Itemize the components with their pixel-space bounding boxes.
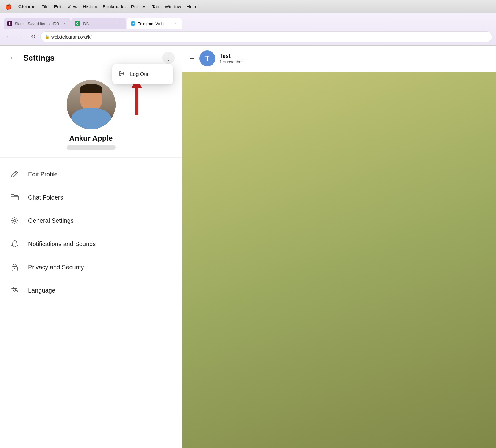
edit-profile-label: Edit Profile [28,171,58,178]
logout-label: Log Out [130,71,149,77]
telegram-favicon: ✈ [131,21,135,26]
tab-telegram[interactable]: ✈ Telegram Web × [127,18,182,29]
settings-title: Settings [23,53,157,63]
settings-item-language[interactable]: Language [0,279,182,302]
forward-button[interactable]: → [16,32,26,42]
user-phone-placeholder [67,145,116,150]
menu-view[interactable]: View [68,4,77,9]
settings-item-notifications[interactable]: Notifications and Sounds [0,232,182,256]
pencil-icon [10,169,20,179]
logout-icon [118,70,125,78]
menu-tab[interactable]: Tab [152,4,159,9]
user-avatar[interactable] [67,80,116,129]
browser-chrome: S Slack | Saved items | iDB × G iDB × ✈ … [0,13,496,46]
chat-header: ← T Test 1 subscriber [182,46,496,72]
context-menu: Log Out [112,64,173,84]
browser-content: ← Settings ⋮ Log Out [0,46,496,448]
logout-menu-item[interactable]: Log Out [112,66,173,83]
avatar-image [67,80,116,129]
settings-item-privacy[interactable]: Privacy and Security [0,256,182,279]
chat-body [182,72,496,448]
chat-panel: ← T Test 1 subscriber [182,46,496,448]
tab-bar: S Slack | Saved items | iDB × G iDB × ✈ … [0,13,496,29]
settings-item-general[interactable]: General Settings [0,209,182,232]
lock-icon [10,262,20,272]
lock-icon: 🔒 [45,35,50,39]
idb-favicon: G [75,21,80,26]
tab-slack-close[interactable]: × [61,21,67,26]
chat-back-button[interactable]: ← [188,54,195,62]
tab-telegram-close[interactable]: × [173,21,178,26]
url-text: web.telegram.org/k/ [51,34,92,39]
menu-edit[interactable]: Edit [54,4,62,9]
menu-bookmarks[interactable]: Bookmarks [103,4,126,9]
gear-icon [10,216,20,226]
chat-avatar: T [199,50,215,66]
url-bar[interactable]: 🔒 web.telegram.org/k/ [40,31,492,42]
address-bar: ← → ↻ 🔒 web.telegram.org/k/ [0,29,496,45]
back-button[interactable]: ← [4,32,13,42]
svg-point-2 [14,268,15,269]
menu-chrome[interactable]: Chrome [18,4,36,9]
notifications-label: Notifications and Sounds [28,241,96,248]
menubar: 🍎 Chrome File Edit View History Bookmark… [0,0,496,13]
tab-idb-title: iDB [82,21,115,26]
menu-file[interactable]: File [41,4,49,9]
menu-help[interactable]: Help [187,4,196,9]
settings-menu: Edit Profile Chat Folders [0,158,182,448]
settings-more-button[interactable]: ⋮ [162,52,175,64]
menu-history[interactable]: History [83,4,97,9]
chat-info: Test 1 subscriber [220,53,243,64]
privacy-label: Privacy and Security [28,264,84,271]
slack-favicon: S [7,21,12,26]
settings-item-chat-folders[interactable]: Chat Folders [0,186,182,209]
chat-meta: 1 subscriber [220,59,243,64]
menu-window[interactable]: Window [165,4,181,9]
tab-slack[interactable]: S Slack | Saved items | iDB × [4,18,71,29]
settings-panel: ← Settings ⋮ Log Out [0,46,182,448]
tab-idb-close[interactable]: × [117,21,123,26]
apple-menu[interactable]: 🍎 [5,3,12,10]
chat-name: Test [220,53,243,59]
chat-folders-label: Chat Folders [28,194,63,201]
language-icon [10,286,20,295]
folder-icon [10,192,20,202]
tab-slack-title: Slack | Saved items | iDB [15,21,59,26]
menu-profiles[interactable]: Profiles [131,4,146,9]
tab-telegram-title: Telegram Web [138,21,170,26]
language-label: Language [28,287,55,294]
tab-idb[interactable]: G iDB × [71,18,126,29]
general-settings-label: General Settings [28,217,74,224]
svg-point-0 [14,220,16,222]
bell-icon [10,239,20,249]
settings-item-edit-profile[interactable]: Edit Profile [0,162,182,186]
refresh-button[interactable]: ↻ [28,32,38,42]
settings-back-button[interactable]: ← [7,52,18,63]
user-name: Ankur Apple [69,134,113,143]
